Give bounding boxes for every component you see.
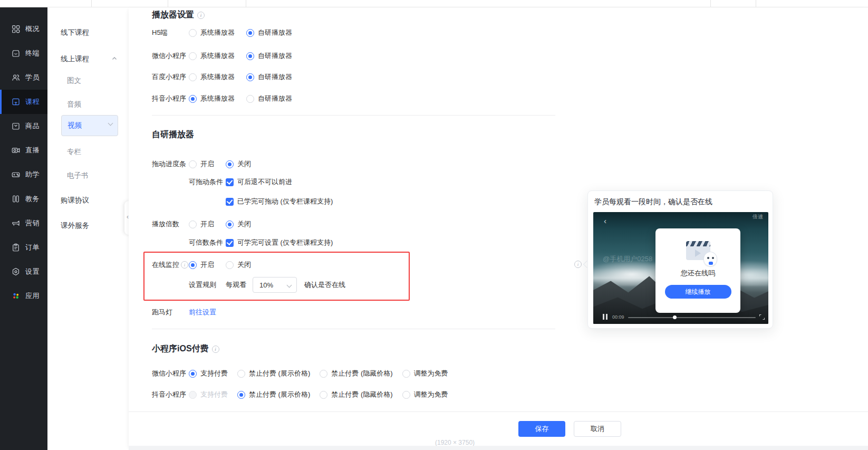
radio-off[interactable]: 关闭 <box>226 159 251 169</box>
page-size-note: (1920 × 3750) <box>435 439 475 446</box>
continue-play-button: 继续播放 <box>665 285 731 299</box>
sidebar-item-label: 助学 <box>25 170 40 179</box>
sidebar-item-live[interactable]: 直播 <box>0 138 47 162</box>
sidebar-item-courses[interactable]: 课程 <box>0 90 47 114</box>
back-icon <box>604 216 606 225</box>
checkbox-learned-drag[interactable]: 已学完可拖动 (仅专栏课程支持) <box>226 197 333 206</box>
save-button[interactable]: 保存 <box>518 421 565 437</box>
radio-checked-icon[interactable] <box>246 73 254 81</box>
row-ios-wechat: 微信小程序 支持付费 禁止付费 (展示价格) 禁止付费 (隐藏价格) 调整为免费 <box>152 368 448 379</box>
speed-badge: 倍速 <box>753 213 763 221</box>
radio-custom-player[interactable]: 自研播放器 <box>246 94 292 103</box>
radio-set-free[interactable]: 调整为免费 <box>402 369 448 378</box>
submenu-online-courses[interactable]: 线上课程 <box>47 51 129 67</box>
goods-icon <box>11 121 21 131</box>
radio-checked-icon[interactable] <box>237 391 245 399</box>
sidebar-item-settings[interactable]: 设置 <box>0 260 47 284</box>
checkbox-back-only[interactable]: 可后退不可以前进 <box>226 177 292 187</box>
checkbox-checked-icon[interactable] <box>226 178 234 186</box>
radio-on[interactable]: 开启 <box>189 260 214 270</box>
radio-icon[interactable] <box>226 261 234 269</box>
submenu-extracurricular[interactable]: 课外服务 <box>47 218 129 234</box>
info-icon[interactable] <box>212 346 219 353</box>
sidebar-item-overview[interactable]: 概况 <box>0 17 47 41</box>
radio-system-player[interactable]: 系统播放器 <box>189 72 235 82</box>
sidebar-item-label: 课程 <box>25 97 40 107</box>
row-playback-speed: 播放倍数 开启 关闭 <box>152 218 251 230</box>
info-icon[interactable] <box>181 261 188 269</box>
radio-checked-icon[interactable] <box>226 160 234 168</box>
sidebar-item-terminal[interactable]: 终端 <box>0 41 47 65</box>
courses-icon <box>11 97 21 107</box>
radio-forbid-hide-price[interactable]: 禁止付费 (隐藏价格) <box>320 390 392 399</box>
user-watermark: @手机用户0258 <box>603 254 652 264</box>
marquee-settings-link[interactable]: 前往设置 <box>189 308 216 317</box>
radio-icon[interactable] <box>246 95 254 103</box>
radio-icon[interactable] <box>189 29 197 37</box>
submenu-image-text[interactable]: 图文 <box>47 73 129 89</box>
mascot-illustration <box>703 252 717 266</box>
students-icon <box>11 73 21 82</box>
info-icon[interactable] <box>197 12 205 19</box>
submenu-audio[interactable]: 音频 <box>47 97 129 112</box>
radio-set-free[interactable]: 调整为免费 <box>402 390 448 399</box>
radio-checked-icon[interactable] <box>189 370 197 378</box>
radio-custom-player[interactable]: 自研播放器 <box>246 72 292 82</box>
submenu-video[interactable]: 视频 <box>61 115 118 136</box>
browser-topbar <box>0 0 868 7</box>
checkbox-learned-speed[interactable]: 可学完可设置 (仅专栏课程支持) <box>226 238 333 247</box>
submenu-offline-courses[interactable]: 线下课程 <box>47 25 129 41</box>
radio-system-player[interactable]: 系统播放器 <box>189 51 235 61</box>
radio-forbid-hide-price[interactable]: 禁止付费 (隐藏价格) <box>320 369 392 378</box>
radio-checked-icon[interactable] <box>189 95 197 103</box>
tab-separator <box>710 0 711 7</box>
radio-custom-player[interactable]: 自研播放器 <box>246 51 292 61</box>
radio-allow-pay[interactable]: 支持付费 <box>189 369 228 378</box>
chevron-up-icon <box>112 56 117 61</box>
radio-checked-icon[interactable] <box>246 52 254 60</box>
submenu-column[interactable]: 专栏 <box>47 144 129 160</box>
radio-system-player[interactable]: 系统播放器 <box>189 28 235 37</box>
sidebar-item-label: 订单 <box>25 243 40 252</box>
radio-on[interactable]: 开启 <box>189 219 214 229</box>
section-title-player-settings: 播放器设置 <box>152 9 205 21</box>
radio-checked-icon[interactable] <box>226 221 234 228</box>
watch-percent-select[interactable]: 10% <box>253 277 297 293</box>
radio-icon[interactable] <box>320 391 327 399</box>
sidebar-item-study-aid[interactable]: 助学 <box>0 162 47 187</box>
radio-off[interactable]: 关闭 <box>226 260 251 270</box>
dialog-question: 您还在线吗 <box>655 269 740 278</box>
radio-icon[interactable] <box>402 391 410 399</box>
radio-icon[interactable] <box>189 73 197 81</box>
radio-icon[interactable] <box>189 52 197 60</box>
radio-checked-icon[interactable] <box>189 261 197 269</box>
sidebar-item-orders[interactable]: 订单 <box>0 235 47 260</box>
radio-icon[interactable] <box>320 370 327 378</box>
row-baidu-mini: 百度小程序 系统播放器 自研播放器 <box>152 71 292 83</box>
radio-system-player[interactable]: 系统播放器 <box>189 94 235 103</box>
checkbox-checked-icon[interactable] <box>226 198 234 206</box>
sidebar-item-marketing[interactable]: 营销 <box>0 211 47 235</box>
sidebar-item-academic[interactable]: 教务 <box>0 187 47 211</box>
sidebar-item-label: 商品 <box>25 121 40 131</box>
radio-custom-player[interactable]: 自研播放器 <box>246 28 292 37</box>
cancel-button[interactable]: 取消 <box>574 421 621 437</box>
radio-off[interactable]: 关闭 <box>226 219 251 229</box>
radio-icon[interactable] <box>189 221 197 228</box>
sidebar-item-goods[interactable]: 商品 <box>0 114 47 138</box>
radio-icon[interactable] <box>189 160 197 168</box>
radio-on[interactable]: 开启 <box>189 159 214 169</box>
sidebar-item-students[interactable]: 学员 <box>0 65 47 90</box>
radio-icon[interactable] <box>237 370 245 378</box>
checkbox-checked-icon[interactable] <box>226 239 234 247</box>
sidebar-item-apps[interactable]: 应用 <box>0 284 47 308</box>
row-drag-condition-2: 已学完可拖动 (仅专栏课程支持) <box>226 196 333 207</box>
online-monitor-info-icon[interactable] <box>574 261 582 268</box>
submenu-purchase-agreement[interactable]: 购课协议 <box>47 193 129 208</box>
row-drag-progress: 拖动进度条 开启 关闭 <box>152 158 251 170</box>
radio-icon[interactable] <box>402 370 410 378</box>
radio-checked-icon[interactable] <box>246 29 254 37</box>
submenu-ebook[interactable]: 电子书 <box>47 168 129 184</box>
radio-forbid-show-price[interactable]: 禁止付费 (展示价格) <box>237 369 310 378</box>
radio-forbid-show-price[interactable]: 禁止付费 (展示价格) <box>237 390 310 399</box>
